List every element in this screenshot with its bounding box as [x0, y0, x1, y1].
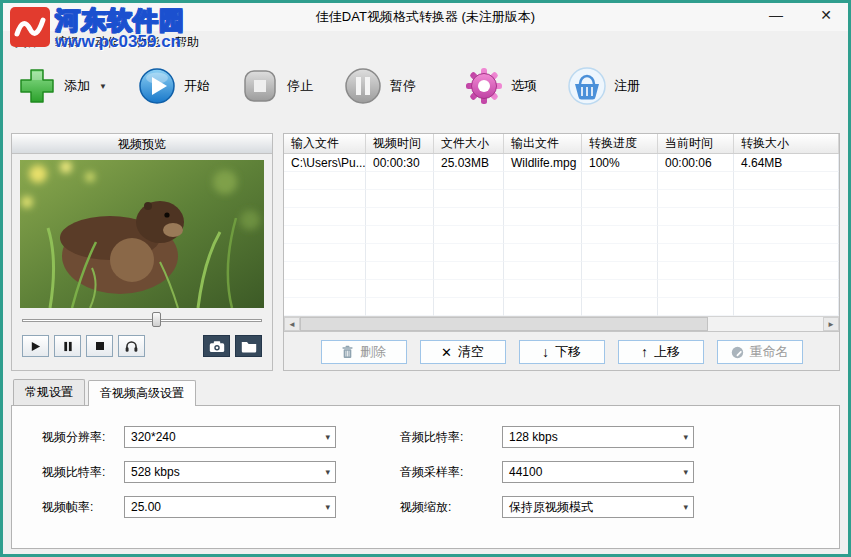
menu-item-function[interactable]: 功能 [127, 32, 167, 53]
cell-progress: 100% [582, 154, 658, 172]
playback-stop-button[interactable] [86, 335, 113, 357]
titlebar: 佳佳DAT视频格式转换器 (未注册版本) — ✕ [3, 3, 848, 31]
preview-panel: 视频预览 [11, 133, 273, 371]
rename-label: 重命名 [750, 343, 789, 361]
minimize-button[interactable]: — [766, 7, 786, 23]
header-cell-file-size[interactable]: 文件大小 [434, 134, 504, 153]
scroll-left-button[interactable]: ◄ [284, 317, 300, 331]
cell-file-size: 25.03MB [434, 154, 504, 172]
add-button[interactable]: 添加 ▼ [17, 66, 107, 106]
close-button[interactable]: ✕ [816, 7, 836, 23]
audio-samplerate-label: 音频采样率: [400, 464, 502, 481]
slider-track[interactable] [22, 319, 262, 322]
audio-bitrate-select[interactable]: 128 kbps ▾ [502, 426, 694, 448]
table-body: C:\Users\Pu... 00:00:30 25.03MB Wildlife… [284, 154, 839, 316]
video-framerate-select[interactable]: 25.00 ▾ [124, 496, 336, 518]
menu-item-file[interactable]: 文件 [7, 32, 47, 53]
scroll-right-button[interactable]: ► [823, 317, 839, 331]
register-icon [567, 66, 607, 106]
video-scale-label: 视频缩放: [400, 499, 502, 516]
slider-handle[interactable] [152, 312, 161, 327]
clear-button[interactable]: ✕ 清空 [420, 340, 506, 364]
options-button[interactable]: 选项 [464, 66, 537, 106]
play-small-icon [30, 341, 41, 352]
file-table: 输入文件 视频时间 文件大小 输出文件 转换进度 当前时间 转换大小 C:\Us… [284, 134, 839, 332]
preview-seek-slider[interactable] [22, 312, 262, 328]
audio-bitrate-label: 音频比特率: [400, 429, 502, 446]
combo-arrow-icon: ▾ [325, 432, 330, 442]
audio-button[interactable] [118, 335, 145, 357]
video-frame [20, 160, 264, 308]
horizontal-scrollbar[interactable]: ◄ ► [284, 316, 839, 331]
rename-button[interactable]: 重命名 [717, 340, 803, 364]
video-scale-select[interactable]: 保持原视频模式 ▾ [502, 496, 694, 518]
audio-bitrate-value: 128 kbps [509, 430, 558, 444]
stop-icon [240, 66, 280, 106]
table-header: 输入文件 视频时间 文件大小 输出文件 转换进度 当前时间 转换大小 [284, 134, 839, 154]
list-action-bar: 删除 ✕ 清空 ↓ 下移 ↑ 上移 重命名 [284, 332, 839, 372]
clear-label: 清空 [458, 343, 484, 361]
header-cell-converted-size[interactable]: 转换大小 [734, 134, 839, 153]
table-row-empty [284, 280, 839, 298]
menu-item-action[interactable]: 动作 [87, 32, 127, 53]
rename-icon [731, 346, 744, 359]
header-cell-input-file[interactable]: 输入文件 [284, 134, 366, 153]
header-cell-current-time[interactable]: 当前时间 [658, 134, 734, 153]
header-cell-progress[interactable]: 转换进度 [582, 134, 658, 153]
preview-header: 视频预览 [12, 134, 272, 154]
pause-icon [343, 66, 383, 106]
menu-item-help[interactable]: 帮助 [167, 32, 207, 53]
header-cell-video-time[interactable]: 视频时间 [366, 134, 434, 153]
clear-icon: ✕ [441, 345, 452, 360]
menubar: 文件 编辑 动作 功能 帮助 [3, 31, 848, 53]
audio-samplerate-select[interactable]: 44100 ▾ [502, 461, 694, 483]
register-button[interactable]: 注册 [567, 66, 640, 106]
pause-small-icon [63, 341, 73, 352]
table-row-empty [284, 244, 839, 262]
pause-button[interactable]: 暂停 [343, 66, 416, 106]
video-resolution-select[interactable]: 320*240 ▾ [124, 426, 336, 448]
file-list-panel: 输入文件 视频时间 文件大小 输出文件 转换进度 当前时间 转换大小 C:\Us… [283, 133, 840, 371]
camera-icon [209, 340, 225, 353]
tab-advanced-settings[interactable]: 音视频高级设置 [88, 380, 196, 406]
video-resolution-label: 视频分辨率: [42, 429, 124, 446]
pause-label: 暂停 [390, 77, 416, 95]
video-framerate-label: 视频帧率: [42, 499, 124, 516]
scrollbar-track[interactable] [300, 317, 823, 331]
snapshot-button[interactable] [203, 335, 230, 357]
options-label: 选项 [511, 77, 537, 95]
tab-general-settings[interactable]: 常规设置 [13, 379, 85, 405]
browse-button[interactable] [235, 335, 262, 357]
move-up-button[interactable]: ↑ 上移 [618, 340, 704, 364]
main-area: 视频预览 [11, 133, 840, 371]
settings-section: 常规设置 音视频高级设置 视频分辨率: 320*240 ▾ 视频比特率: 528… [11, 379, 840, 549]
table-row[interactable]: C:\Users\Pu... 00:00:30 25.03MB Wildlife… [284, 154, 839, 172]
start-button[interactable]: 开始 [137, 66, 210, 106]
header-cell-output-file[interactable]: 输出文件 [504, 134, 582, 153]
playback-play-button[interactable] [22, 335, 49, 357]
move-down-label: 下移 [555, 343, 581, 361]
play-icon [137, 66, 177, 106]
add-icon [17, 66, 57, 106]
table-row-empty [284, 208, 839, 226]
delete-button[interactable]: 删除 [321, 340, 407, 364]
stop-button[interactable]: 停止 [240, 66, 313, 106]
table-row-empty [284, 190, 839, 208]
cell-converted-size: 4.64MB [734, 154, 839, 172]
preview-controls [12, 328, 272, 366]
start-label: 开始 [184, 77, 210, 95]
add-label: 添加 [64, 77, 90, 95]
move-down-button[interactable]: ↓ 下移 [519, 340, 605, 364]
menu-item-edit[interactable]: 编辑 [47, 32, 87, 53]
cell-video-time: 00:00:30 [366, 154, 434, 172]
video-bitrate-select[interactable]: 528 kbps ▾ [124, 461, 336, 483]
combo-arrow-icon: ▾ [683, 502, 688, 512]
stop-small-icon [95, 341, 105, 351]
scrollbar-thumb[interactable] [300, 317, 708, 331]
add-dropdown-arrow-icon[interactable]: ▼ [99, 82, 107, 91]
playback-pause-button[interactable] [54, 335, 81, 357]
trash-icon [341, 345, 354, 359]
down-arrow-icon: ↓ [542, 344, 549, 360]
delete-label: 删除 [360, 343, 386, 361]
combo-arrow-icon: ▾ [683, 432, 688, 442]
